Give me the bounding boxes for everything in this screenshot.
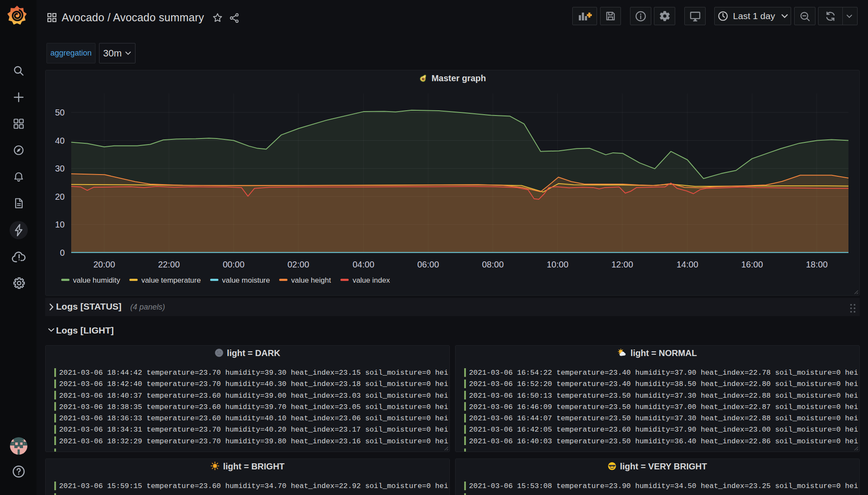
svg-text:04:00: 04:00 bbox=[353, 260, 374, 269]
svg-text:18:00: 18:00 bbox=[806, 260, 828, 269]
svg-text:08:00: 08:00 bbox=[482, 260, 504, 269]
svg-text:50: 50 bbox=[55, 108, 65, 117]
svg-text:0: 0 bbox=[60, 248, 65, 257]
svg-text:10: 10 bbox=[55, 220, 65, 229]
svg-text:02:00: 02:00 bbox=[287, 260, 309, 269]
svg-text:06:00: 06:00 bbox=[417, 260, 439, 269]
svg-text:20:00: 20:00 bbox=[93, 260, 115, 269]
svg-text:00:00: 00:00 bbox=[223, 260, 244, 269]
svg-text:22:00: 22:00 bbox=[158, 260, 180, 269]
svg-text:16:00: 16:00 bbox=[741, 260, 763, 269]
svg-text:40: 40 bbox=[55, 136, 65, 145]
svg-text:10:00: 10:00 bbox=[547, 260, 568, 269]
svg-text:30: 30 bbox=[55, 164, 65, 173]
svg-text:20: 20 bbox=[55, 192, 65, 201]
svg-text:14:00: 14:00 bbox=[677, 260, 698, 269]
svg-text:12:00: 12:00 bbox=[611, 260, 633, 269]
